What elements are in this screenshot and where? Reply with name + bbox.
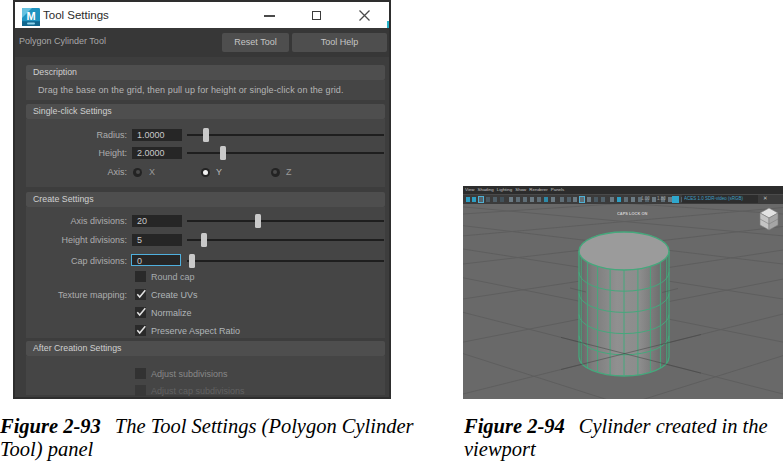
svg-text:M: M (26, 10, 35, 22)
